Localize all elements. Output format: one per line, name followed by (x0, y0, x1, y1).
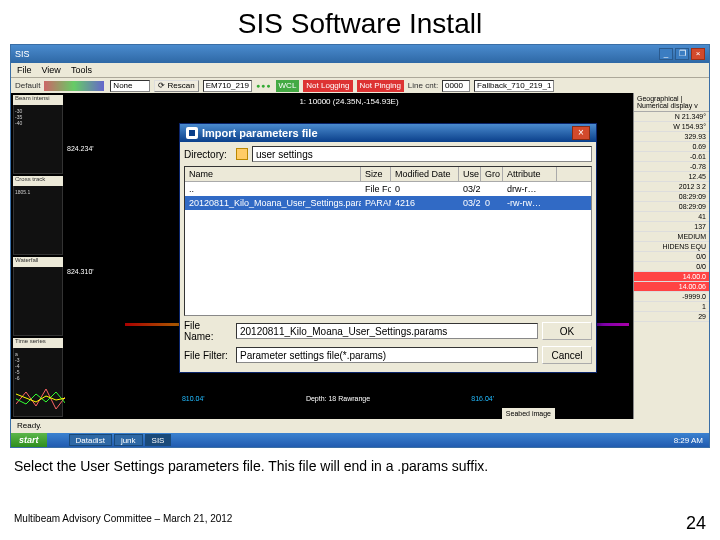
right-panel: Geographical | Numerical display v N 21.… (633, 93, 709, 419)
seabed-label: Seabed image (502, 408, 555, 419)
stat-row: 137 (634, 222, 709, 232)
taskbar-item-sis[interactable]: SIS (145, 434, 172, 446)
badge-not-pinging: Not Pinging (357, 80, 404, 92)
stat-row: 12.45 (634, 172, 709, 182)
stat-row: 29 (634, 312, 709, 322)
badge-not-logging: Not Logging (303, 80, 352, 92)
panel-time-series: Time seriesa -3 -4 -5 -6 (13, 338, 63, 417)
menu-file[interactable]: File (17, 65, 32, 75)
minimize-button[interactable]: _ (659, 48, 673, 60)
window-controls: _ ❐ × (659, 48, 705, 60)
column-header[interactable]: Modified Date (391, 167, 459, 181)
stat-row: 1 (634, 302, 709, 312)
tick: 816.04' (410, 395, 555, 402)
footer-text: Multibeam Advisory Committee – March 21,… (14, 513, 232, 534)
maximize-button[interactable]: ❐ (675, 48, 689, 60)
rescan-label: Rescan (168, 81, 195, 90)
app-title: SIS (15, 49, 659, 59)
axis-text: -30 -35 -40 (15, 108, 22, 126)
filter-input[interactable] (236, 347, 538, 363)
filename-label: File Name: (184, 320, 232, 342)
wave-icon (16, 384, 66, 414)
right-panel-title: Geographical | Numerical display v (634, 93, 709, 112)
import-dialog: Import parameters file × Directory: Name… (179, 123, 597, 373)
filter-label: File Filter: (184, 350, 232, 361)
coord-l1: 824.234' (67, 145, 94, 152)
stat-row: -0.78 (634, 162, 709, 172)
stat-row: HIDENS EQU (634, 242, 709, 252)
stat-row: -0.61 (634, 152, 709, 162)
coord-readout: 1: 10000 (24.35N,-154.93E) (299, 97, 398, 106)
stat-row: 41 (634, 212, 709, 222)
right-rows: N 21.349°W 154.93°329.930.69-0.61-0.7812… (634, 112, 709, 322)
fallback-box[interactable]: Fallback_710_219_1 (474, 80, 554, 92)
directory-input[interactable] (252, 146, 592, 162)
directory-label: Directory: (184, 149, 232, 160)
taskbar-item-junk[interactable]: junk (114, 434, 143, 446)
slide-title: SIS Software Install (0, 0, 720, 44)
stat-row: 0/0 (634, 252, 709, 262)
tb-dropdown-none[interactable]: None (110, 80, 150, 92)
stat-row: 08:29:09 (634, 192, 709, 202)
panel-title: Cross track (13, 176, 63, 186)
taskbar-item-datadist[interactable]: Datadist (69, 434, 112, 446)
taskbar: start Datadist junk SIS 8:29 AM (11, 433, 709, 447)
file-row[interactable]: 20120811_Kilo_Moana_User_Settings.params… (185, 196, 591, 210)
axis-text: 1805.1 (15, 189, 30, 195)
column-header[interactable]: Name (185, 167, 361, 181)
axis-text: a -3 -4 -5 -6 (15, 351, 19, 381)
menu-view[interactable]: View (42, 65, 61, 75)
ok-button[interactable]: OK (542, 322, 592, 340)
coord-l2: 824.310' (67, 268, 94, 275)
panel-title: Beam intensi (13, 95, 63, 105)
panel-title: Time series (13, 338, 63, 348)
column-header[interactable]: Size (361, 167, 391, 181)
slide-caption: Select the User Settings parameters file… (0, 448, 720, 478)
column-header[interactable]: Attribute (503, 167, 557, 181)
line-cnt-label: Line cnt: (408, 81, 438, 90)
toolbar: Default None ⟳ Rescan EM710_219 ●●● WCL … (11, 77, 709, 93)
cancel-button[interactable]: Cancel (542, 346, 592, 364)
start-button[interactable]: start (11, 433, 47, 447)
dialog-title: Import parameters file (202, 127, 572, 139)
page-number: 24 (686, 513, 706, 534)
app-window: SIS _ ❐ × File View Tools Default None ⟳… (10, 44, 710, 448)
taskbar-clock: 8:29 AM (668, 436, 709, 445)
stat-row: N 21.349° (634, 112, 709, 122)
dialog-body: Directory: NameSizeModified DateUseGroAt… (180, 142, 596, 372)
stat-row: MEDIUM (634, 232, 709, 242)
stat-row: 08:29:09 (634, 202, 709, 212)
stat-row: 14.00.0 (634, 272, 709, 282)
bottom-axis: 810.04' Depth: 18 Rawrange 816.04' (121, 391, 555, 405)
stat-row: 0/0 (634, 262, 709, 272)
stat-row: 329.93 (634, 132, 709, 142)
filename-input[interactable] (236, 323, 538, 339)
depth-label: Depth: 18 Rawrange (266, 395, 411, 402)
folder-icon (236, 148, 248, 160)
tb-default-label: Default (15, 81, 40, 90)
status-dots-icon: ●●● (256, 82, 272, 89)
close-button[interactable]: × (691, 48, 705, 60)
line-cnt-value: 0000 (442, 80, 470, 92)
dialog-titlebar: Import parameters file × (180, 124, 596, 142)
tick: 810.04' (121, 395, 266, 402)
stat-row: 14.00.06 (634, 282, 709, 292)
rescan-button[interactable]: ⟳ Rescan (154, 80, 198, 92)
menubar: File View Tools (11, 63, 709, 77)
survey-box[interactable]: EM710_219 (203, 80, 252, 92)
file-row[interactable]: ..File Fo…003/21/2012…drw-r… (185, 182, 591, 196)
stat-row: 0.69 (634, 142, 709, 152)
app-titlebar: SIS _ ❐ × (11, 45, 709, 63)
panel-waterfall: Waterfall (13, 257, 63, 336)
badge-wcl: WCL (276, 80, 300, 92)
file-list[interactable]: NameSizeModified DateUseGroAttribute ..F… (184, 166, 592, 316)
left-panel: Beam intensi-30 -35 -40 Cross track1805.… (11, 93, 65, 419)
dialog-close-button[interactable]: × (572, 126, 590, 140)
menu-tools[interactable]: Tools (71, 65, 92, 75)
stat-row: W 154.93° (634, 122, 709, 132)
column-header[interactable]: Gro (481, 167, 503, 181)
toolbar-icons[interactable] (44, 81, 104, 91)
stat-row: -9999.0 (634, 292, 709, 302)
stat-row: 2012 3 2 (634, 182, 709, 192)
column-header[interactable]: Use (459, 167, 481, 181)
